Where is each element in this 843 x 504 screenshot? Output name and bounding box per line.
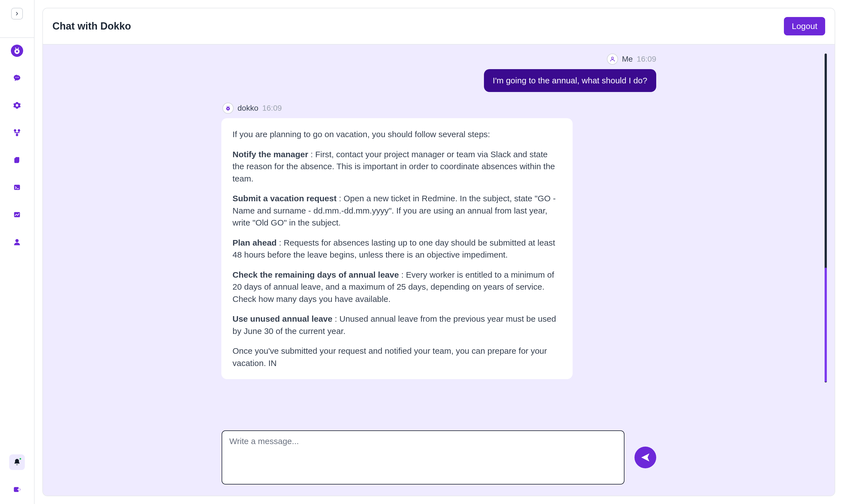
bot-step: Check the remaining days of annual leave… <box>233 269 561 305</box>
svg-point-5 <box>17 77 18 78</box>
sidebar-divider <box>0 37 34 38</box>
sidebar-item-analytics[interactable] <box>11 209 23 221</box>
sidebar-item-settings[interactable] <box>11 99 23 111</box>
terminal-icon <box>13 183 21 191</box>
chat-card: Chat with Dokko Logout <box>42 8 835 496</box>
message-time: 16:09 <box>637 55 656 64</box>
chat-body: Me 16:09 I'm going to the annual, what s… <box>43 44 835 496</box>
sidebar-item-dokko[interactable] <box>11 44 23 57</box>
sidebar-item-logout[interactable] <box>11 483 23 496</box>
chat-icon <box>13 74 21 82</box>
svg-point-1 <box>16 51 18 52</box>
step-title: Use unused annual leave <box>233 314 332 323</box>
user-avatar-icon <box>609 56 615 62</box>
sidebar-item-account[interactable] <box>11 236 23 248</box>
dokko-logo-icon <box>13 47 21 55</box>
account-icon <box>13 238 21 246</box>
user-avatar <box>607 54 618 65</box>
svg-point-4 <box>15 77 16 78</box>
bot-avatar <box>222 103 234 114</box>
message-author: Me <box>622 55 633 64</box>
sidebar-item-pipeline[interactable] <box>11 127 23 139</box>
svg-line-21 <box>229 106 229 107</box>
send-icon <box>640 452 651 463</box>
logout-button[interactable]: Logout <box>784 17 825 35</box>
message-bot: dokko 16:09 If you are planning to go on… <box>221 103 656 379</box>
logout-icon <box>13 485 21 494</box>
svg-point-19 <box>228 108 229 110</box>
sidebar-nav <box>11 44 23 248</box>
pipeline-icon <box>13 129 21 137</box>
step-title: Submit a vacation request <box>233 194 337 203</box>
gear-icon <box>13 102 21 109</box>
step-title: Plan ahead <box>233 238 276 247</box>
svg-line-2 <box>15 48 16 49</box>
message-meta: Me 16:09 <box>607 54 656 65</box>
analytics-icon <box>13 211 21 219</box>
sidebar-bottom <box>9 454 25 496</box>
app-root: Chat with Dokko Logout <box>0 0 843 504</box>
svg-line-3 <box>18 48 19 49</box>
bot-intro: If you are planning to go on vacation, y… <box>233 128 561 141</box>
svg-rect-12 <box>14 185 20 190</box>
svg-point-6 <box>18 77 19 78</box>
sidebar-item-chat[interactable] <box>11 72 23 84</box>
sidebar-toggle-button[interactable] <box>11 8 23 19</box>
sidebar-item-terminal[interactable] <box>11 181 23 194</box>
svg-point-17 <box>611 57 613 59</box>
notifications-button[interactable] <box>9 454 25 470</box>
notification-dot <box>19 457 22 460</box>
messages-list: Me 16:09 I'm going to the annual, what s… <box>221 44 656 422</box>
message-input[interactable] <box>222 430 625 485</box>
message-bubble-bot: If you are planning to go on vacation, y… <box>221 118 573 379</box>
bot-step: Use unused annual leave : Unused annual … <box>233 313 561 337</box>
svg-point-9 <box>16 134 18 136</box>
scrollbar-thumb[interactable] <box>825 268 827 382</box>
bot-step: Plan ahead : Requests for absences lasti… <box>233 237 561 261</box>
page-title: Chat with Dokko <box>52 20 131 32</box>
step-body: : Requests for absences lasting up to on… <box>233 238 555 259</box>
main-area: Chat with Dokko Logout <box>35 0 843 504</box>
sidebar <box>0 0 35 504</box>
documents-icon <box>13 156 21 164</box>
dokko-avatar-icon <box>225 105 231 111</box>
sidebar-item-documents[interactable] <box>11 154 23 166</box>
card-header: Chat with Dokko Logout <box>43 8 835 44</box>
message-author: dokko <box>237 104 258 113</box>
svg-point-7 <box>14 130 16 131</box>
bot-step: Notify the manager : First, contact your… <box>233 148 561 185</box>
svg-point-15 <box>15 239 19 242</box>
bot-outro: Once you've submitted your request and n… <box>233 345 561 369</box>
message-meta: dokko 16:09 <box>222 103 282 114</box>
messages-viewport: Me 16:09 I'm going to the annual, what s… <box>43 44 835 422</box>
svg-point-8 <box>18 130 20 131</box>
message-user: Me 16:09 I'm going to the annual, what s… <box>221 54 656 92</box>
svg-line-20 <box>227 106 227 107</box>
step-title: Notify the manager <box>233 150 308 159</box>
send-button[interactable] <box>634 447 656 468</box>
message-time: 16:09 <box>262 104 282 113</box>
bot-step: Submit a vacation request : Open a new t… <box>233 192 561 229</box>
step-title: Check the remaining days of annual leave <box>233 270 399 279</box>
composer <box>43 422 835 496</box>
chevron-right-icon <box>14 11 20 16</box>
message-bubble-user: I'm going to the annual, what should I d… <box>484 69 656 92</box>
